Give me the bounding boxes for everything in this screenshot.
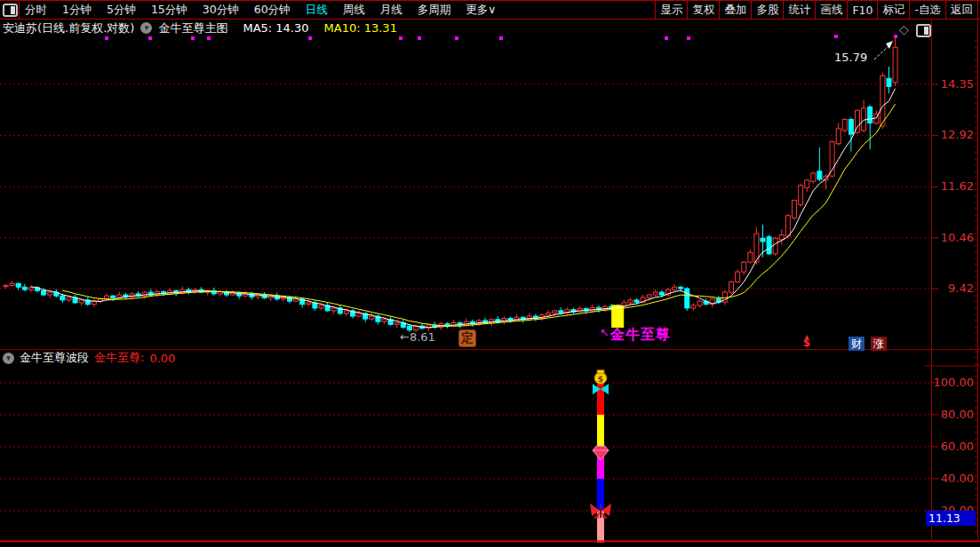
toolbar-divider	[19, 2, 20, 19]
high-price-annotation: 15.79	[834, 51, 867, 64]
axis-label: 11.62	[933, 179, 974, 193]
toolbar-action-0[interactable]: 显示	[655, 1, 687, 19]
sub-collapse-chevron-icon[interactable]: ▾	[3, 353, 14, 364]
toolbar-period-7[interactable]: 周线	[343, 3, 365, 18]
toolbar-action-3[interactable]: 多股	[751, 1, 783, 19]
toolbar-action-8[interactable]: -自选	[909, 1, 945, 19]
butterfly-icon	[590, 503, 611, 519]
axis-label: 100.00	[933, 376, 974, 389]
diamond-marker-icon[interactable]: ◇	[899, 22, 909, 36]
toolbar-period-2[interactable]: 5分钟	[107, 3, 136, 18]
toolbar-action-9[interactable]: 返回	[945, 1, 978, 19]
toolbar-action-6[interactable]: F10	[847, 1, 877, 19]
toolbar-period-5[interactable]: 60分钟	[254, 3, 291, 18]
toolbar-action-5[interactable]: 画线	[815, 1, 847, 19]
sub-panel-title[interactable]: 金牛至尊波段	[20, 350, 89, 366]
ma10-value: MA10: 13.31	[324, 21, 397, 35]
signal-annotation: ↖ 金牛至尊	[600, 326, 671, 345]
axis-label: 80.00	[933, 408, 974, 421]
chart-title-row: 安迪苏(日线.前复权.对数) ▾ 金牛至尊主图 MA5: 14.30 MA10:…	[3, 20, 397, 36]
toolbar-period-10[interactable]: 更多∨	[466, 3, 496, 18]
toolbar-period-0[interactable]: 分时	[25, 3, 47, 18]
chart-canvas[interactable]: $	[0, 0, 980, 547]
toolbar-action-7[interactable]: 标记	[877, 1, 909, 19]
toolbar-period-9[interactable]: 多周期	[418, 3, 451, 18]
moneybag-icon: $	[594, 370, 607, 384]
dollar-marker-icon: ▲ $	[801, 334, 813, 348]
toolbar-action-4[interactable]: 统计	[783, 1, 815, 19]
low-price-annotation: ←8.61	[400, 330, 435, 344]
zhang-marker-badge: 涨	[871, 337, 887, 351]
signal-arrow-icon: ↖	[600, 326, 610, 339]
axis-label: 60.00	[933, 440, 974, 453]
sub-indicator-label: 金牛至尊:	[94, 350, 144, 366]
action-menu: 显示复权叠加多股统计画线F10标记-自选返回	[655, 1, 978, 19]
toolbar-action-2[interactable]: 叠加	[719, 1, 751, 19]
cai-marker-badge: 财	[849, 337, 864, 351]
symbol-info: 安迪苏(日线.前复权.对数)	[3, 20, 134, 36]
toolbar-period-3[interactable]: 15分钟	[151, 3, 187, 18]
signal-label: 金牛至尊	[610, 326, 671, 345]
axis-label: 10.46	[933, 231, 974, 244]
axis-cursor-value: 11.13	[926, 511, 976, 526]
top-toolbar: 分时1分钟5分钟15分钟30分钟60分钟日线周线月线多周期更多∨ 显示复权叠加多…	[0, 0, 980, 20]
axis-label: 40.00	[933, 472, 974, 485]
ding-stamp-icon: 定	[458, 329, 476, 347]
axis-label: 12.92	[933, 128, 974, 141]
toolbar-period-1[interactable]: 1分钟	[62, 3, 92, 18]
svg-text:$: $	[598, 375, 603, 384]
ma5-value: MA5: 14.30	[243, 21, 308, 35]
collapse-chevron-icon[interactable]: ▾	[140, 22, 152, 34]
toolbar-period-8[interactable]: 月线	[380, 3, 402, 18]
split-window-icon[interactable]	[3, 4, 18, 17]
toolbar-period-6[interactable]: 日线	[306, 3, 328, 18]
axis-label: 9.42	[933, 281, 974, 295]
period-menu: 分时1分钟5分钟15分钟30分钟60分钟日线周线月线多周期更多∨	[25, 1, 496, 19]
sub-panel-header: ▾ 金牛至尊波段 金牛至尊: 0.00	[3, 351, 175, 365]
toolbar-period-4[interactable]: 30分钟	[203, 3, 239, 18]
panel-layout-icon[interactable]	[916, 24, 931, 37]
axis-label: 14.35	[933, 77, 974, 91]
gem-icon	[593, 446, 609, 460]
sub-indicator-value: 0.00	[149, 352, 175, 365]
toolbar-action-1[interactable]: 复权	[687, 1, 719, 19]
main-indicator-name[interactable]: 金牛至尊主图	[158, 20, 227, 36]
